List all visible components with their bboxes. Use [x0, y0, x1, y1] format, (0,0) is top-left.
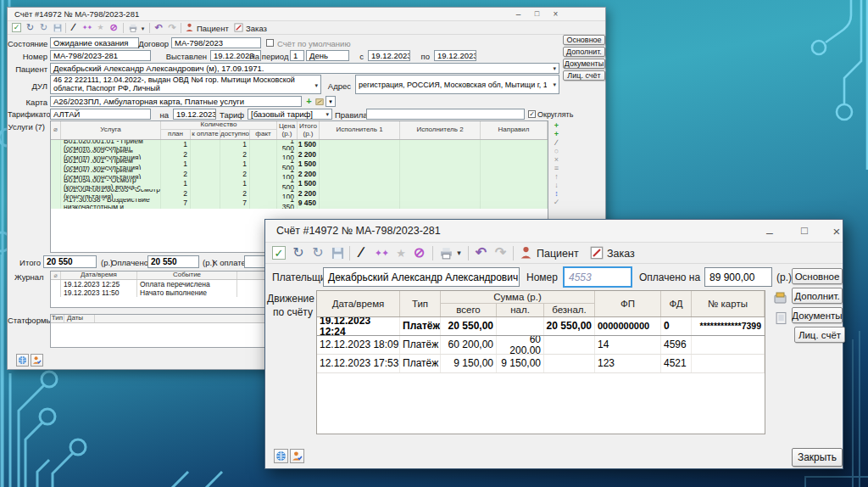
round-checkbox[interactable]: ✓ [528, 110, 536, 118]
order-icon[interactable] [589, 245, 604, 260]
patient-icon[interactable] [520, 245, 532, 260]
service-row[interactable]: B01.054.001.002.03 - Осмотр (консультаци… [51, 189, 548, 199]
service-row[interactable]: B01.047.002 - Прием (осмотр, консультаци… [51, 170, 548, 180]
confirm-icon[interactable]: ✓ [272, 246, 286, 260]
pin-column-icon[interactable]: ⌀ [51, 121, 61, 139]
undo-icon[interactable]: ↶ [153, 22, 164, 32]
patient-confirm-button[interactable] [31, 354, 43, 367]
state-field[interactable]: Ожидание оказания [50, 37, 139, 48]
tariff-field[interactable]: [базовый тариф] ▾ [248, 109, 332, 120]
add-service-icon[interactable]: + [554, 122, 559, 130]
total-field[interactable]: 20 550 [43, 255, 97, 268]
reload-icon[interactable]: ↻ [311, 246, 325, 260]
maximize-button[interactable]: □ [531, 10, 543, 18]
service-row[interactable]: A17.30.038 - Воздействие низкочастотным … [51, 199, 548, 209]
star-icon[interactable]: ★ [96, 23, 105, 32]
patient-icon[interactable] [185, 22, 194, 32]
period-unit-field[interactable]: День [306, 50, 349, 61]
card-dropdown-button[interactable]: ▾ [326, 96, 336, 107]
chevron-down-icon[interactable]: ▾ [553, 65, 556, 71]
web-registry-button[interactable] [274, 449, 288, 463]
save-icon[interactable] [53, 23, 62, 32]
patient-field[interactable]: Декабрьский Александр Александрович (м),… [50, 63, 559, 74]
print-dropdown-icon[interactable]: ▾ [455, 248, 463, 259]
close-button[interactable]: × [549, 10, 562, 19]
refresh-icon[interactable]: ↻ [292, 246, 305, 260]
default-invoice-checkbox[interactable] [266, 39, 274, 47]
tab-additional[interactable]: Дополнит. [563, 47, 605, 57]
edit-icon[interactable]: ∕ [354, 245, 368, 260]
maximize-button[interactable]: □ [796, 225, 813, 236]
print-icon[interactable] [127, 23, 138, 32]
add-service-group-icon[interactable]: + [554, 131, 559, 138]
service-row[interactable]: B01.047.001 - Прием (осмотр, консультаци… [51, 160, 548, 170]
chevron-down-icon[interactable]: ▾ [553, 81, 556, 87]
print-dropdown-icon[interactable]: ▾ [140, 24, 146, 32]
tab-additional[interactable]: Дополнит. [792, 288, 843, 304]
delete-service-icon[interactable]: × [554, 156, 559, 164]
add-card-icon[interactable]: + [304, 96, 314, 107]
confirm-icon[interactable]: ✓ [12, 23, 21, 32]
tab-account[interactable]: Лиц. счёт [563, 70, 605, 81]
move-down-icon[interactable]: ↓ [554, 182, 559, 189]
print-icon[interactable] [438, 246, 453, 260]
redo-icon[interactable]: ↷ [493, 245, 508, 260]
chevron-down-icon[interactable]: ▾ [314, 82, 318, 88]
number-field[interactable]: МА-798/2023-281 [50, 50, 151, 61]
from-field[interactable]: 19.12.2023 [368, 50, 410, 61]
block-icon[interactable]: ⊘ [412, 245, 426, 260]
sort-icon[interactable]: ↕ [554, 190, 559, 198]
dul-field[interactable]: 46 22 222111, 12.04.2022-, выдан ОВД №4 … [50, 75, 321, 94]
rules-field[interactable] [366, 109, 525, 120]
card-field[interactable]: А26/2023ПЛ, Амбулаторная карта, Платные … [50, 96, 302, 107]
undo-icon[interactable]: ↶ [474, 245, 488, 260]
paid-field[interactable]: 20 550 [147, 255, 199, 268]
patient-toolbar-button[interactable]: Пациент [197, 24, 229, 33]
tab-account[interactable]: Лиц. счёт [794, 327, 845, 343]
favorites-icon[interactable]: ✦✦ [372, 246, 391, 260]
edit-card-icon[interactable] [314, 97, 324, 106]
save-icon[interactable] [331, 246, 344, 260]
payments-window-titlebar[interactable]: Счёт #14972 № МА-798/2023-281 [265, 220, 843, 243]
to-field[interactable]: 19.12.2023 [434, 50, 476, 61]
pin-column-icon[interactable]: ⌀ [51, 271, 61, 279]
service-row[interactable]: B01.054.001 - Осмотр (консультация) врач… [51, 179, 548, 189]
tab-documents[interactable]: Документы [792, 307, 843, 323]
close-button[interactable]: × [828, 225, 845, 238]
payment-row[interactable]: 12.12.2023 17:53 Платёж 9 150,00 9 150,0… [317, 355, 765, 373]
number-field[interactable]: 4553 [563, 266, 632, 288]
view-service-icon[interactable]: ○ [554, 148, 559, 155]
refresh-icon[interactable]: ↻ [25, 23, 35, 32]
paid-on-field[interactable]: 89 900,00 [704, 267, 772, 287]
contract-field[interactable]: МА-798/2023 [171, 37, 261, 48]
payment-row[interactable]: 12.12.2023 18:09 Платёж 60 200,00 60 200… [317, 336, 765, 355]
reload-icon[interactable]: ↻ [39, 23, 48, 32]
order-icon[interactable] [233, 22, 243, 32]
order-toolbar-button[interactable]: Заказ [607, 248, 635, 260]
service-row[interactable]: B01.020.005 - Прием (осмотр, консультаци… [51, 150, 548, 160]
on-date-field[interactable]: 19.12.2023 [173, 109, 216, 120]
card-terminal-icon[interactable] [773, 291, 788, 305]
payer-field[interactable]: Декабрьский Александр Александрович [323, 267, 520, 287]
tariffier-field[interactable]: АЛТАЙ [50, 109, 151, 120]
tab-documents[interactable]: Документы [563, 59, 605, 69]
period-field[interactable]: 1 [290, 50, 304, 61]
favorites-icon[interactable]: ✦✦ [81, 23, 93, 32]
group-service-icon[interactable]: ≡ [554, 165, 559, 172]
tab-main[interactable]: Основное [563, 35, 605, 45]
apply-icon[interactable]: ✓ [554, 199, 560, 206]
block-icon[interactable]: ⊘ [108, 22, 119, 32]
patient-confirm-button[interactable] [290, 449, 304, 463]
order-toolbar-button[interactable]: Заказ [246, 24, 267, 33]
move-up-icon[interactable]: ↑ [554, 173, 559, 181]
patient-toolbar-button[interactable]: Пациент [537, 248, 579, 260]
payment-row[interactable]: 19.12.2023 12:24 Платёж 20 550,00 20 550… [317, 317, 765, 336]
edit-icon[interactable]: ∕ [69, 22, 78, 32]
chevron-down-icon[interactable]: ▾ [326, 111, 329, 117]
edit-service-icon[interactable]: ∕ [556, 139, 558, 147]
star-icon[interactable]: ★ [394, 246, 408, 260]
minimize-button[interactable]: – [512, 10, 525, 19]
close-window-button[interactable]: Закрыть [792, 448, 843, 467]
receipt-icon[interactable] [774, 311, 787, 326]
address-field[interactable]: регистрация, РОССИЯ, Московская обл, Мыт… [355, 75, 559, 94]
